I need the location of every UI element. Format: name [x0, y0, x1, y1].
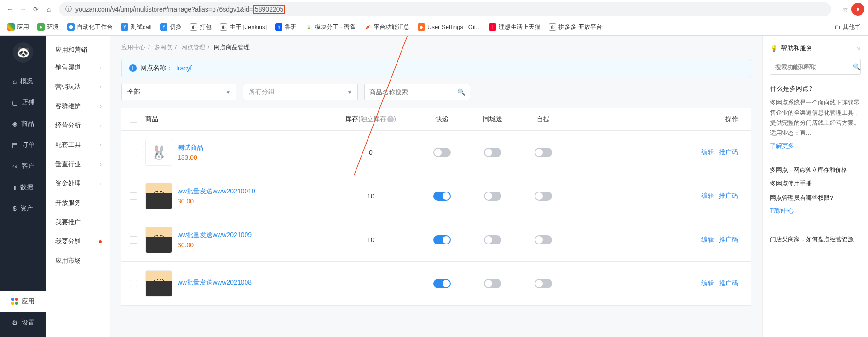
- help-question: 什么是多网点?: [770, 85, 861, 93]
- profile-avatar[interactable]: ●: [851, 3, 864, 16]
- rail-customers[interactable]: ☺客户: [0, 156, 46, 177]
- stock-value: 0: [325, 149, 417, 156]
- rail-assets[interactable]: $资产: [0, 198, 46, 219]
- bookmark-item[interactable]: Y切换: [157, 21, 184, 33]
- help-search[interactable]: 🔍: [770, 59, 861, 75]
- toggle-pickup[interactable]: [535, 148, 552, 157]
- rail-data[interactable]: ⫿数据: [0, 177, 46, 198]
- submenu-item[interactable]: 垂直行业›: [46, 155, 110, 174]
- crumb-item[interactable]: 多网点: [154, 44, 172, 51]
- crumb-item[interactable]: 应用中心: [121, 44, 145, 51]
- submenu-item[interactable]: 销售渠道›: [46, 58, 110, 77]
- submenu-item[interactable]: 营销玩法›: [46, 77, 110, 97]
- search-icon[interactable]: 🔍: [457, 88, 465, 96]
- shop-icon: ▢: [12, 99, 18, 106]
- back-icon[interactable]: ←: [4, 3, 17, 16]
- submenu-item[interactable]: 经营分析›: [46, 116, 110, 135]
- rail-settings[interactable]: ⚙设置: [0, 312, 46, 333]
- row-checkbox[interactable]: [130, 236, 137, 244]
- help-link[interactable]: 网点管理员有哪些权限?: [770, 193, 861, 203]
- overview-icon: ⌂: [13, 78, 17, 85]
- data-icon: ⫿: [13, 184, 17, 191]
- toggle-pickup[interactable]: [535, 235, 552, 244]
- toggle-express[interactable]: [433, 279, 451, 288]
- promo-link[interactable]: 推广码: [719, 236, 738, 243]
- filter-group-select[interactable]: 所有分组▼: [243, 84, 358, 100]
- rail-orders[interactable]: ▤订单: [0, 134, 46, 156]
- search-icon[interactable]: 🔍: [853, 63, 861, 70]
- learn-more-link[interactable]: 了解更多: [770, 142, 861, 150]
- main-content: 应用中心/ 多网点/ 网点管理/ 网点商品管理 i 网点名称： tracyf 全…: [110, 36, 762, 337]
- help-search-input[interactable]: [775, 64, 853, 70]
- edit-link[interactable]: 编辑: [701, 148, 714, 156]
- help-center-link[interactable]: 帮助中心: [770, 207, 861, 215]
- store-name-link[interactable]: tracyf: [176, 64, 192, 72]
- toggle-express[interactable]: [433, 235, 451, 244]
- rail-overview[interactable]: ⌂概况: [0, 71, 46, 92]
- help-link[interactable]: 多网点 - 网点独立库存和价格: [770, 165, 861, 175]
- filter-all-select[interactable]: 全部▼: [121, 84, 236, 100]
- submenu-item[interactable]: 资金处理›: [46, 174, 110, 193]
- promo-link[interactable]: 推广码: [719, 148, 738, 156]
- rail-apps[interactable]: 应用: [0, 291, 46, 312]
- submenu-item[interactable]: 开放服务: [46, 193, 110, 213]
- toggle-pickup[interactable]: [535, 192, 552, 201]
- select-all-checkbox[interactable]: [130, 116, 137, 123]
- app-logo[interactable]: 🐼: [13, 42, 33, 63]
- home-icon[interactable]: ⌂: [42, 3, 55, 16]
- other-bookmarks[interactable]: 🗀其他书: [832, 21, 863, 33]
- submenu-item[interactable]: 我要分销: [46, 232, 110, 251]
- address-bar[interactable]: ⓘ youzan.com/v4/ump/multistore#/manage?a…: [59, 2, 831, 16]
- bookmark-item[interactable]: ◐打包: [187, 21, 214, 33]
- search-input[interactable]: [369, 88, 457, 96]
- bookmark-item[interactable]: 🌶平台功能汇总: [361, 21, 412, 33]
- bookmark-item[interactable]: h鲁班: [272, 21, 299, 33]
- submenu-item[interactable]: 我要推广: [46, 213, 110, 232]
- rail-shop[interactable]: ▢店铺: [0, 92, 46, 113]
- edit-link[interactable]: 编辑: [701, 236, 714, 243]
- browser-toolbar: ← → ⟳ ⌂ ⓘ youzan.com/v4/ump/multistore#/…: [0, 0, 868, 18]
- row-checkbox[interactable]: [130, 280, 137, 287]
- row-checkbox[interactable]: [130, 149, 137, 156]
- info-label: 网点名称：: [140, 64, 172, 72]
- product-title-link[interactable]: ww批量发送www2021008: [178, 279, 252, 287]
- toggle-express[interactable]: [433, 192, 451, 201]
- bookmark-item[interactable]: 🍃模块分工 · 语雀: [302, 21, 358, 33]
- toggle-city[interactable]: [484, 192, 501, 201]
- help-icon[interactable]: ?: [387, 116, 394, 122]
- bookmark-item[interactable]: T理想生活上天猫: [486, 21, 543, 33]
- bookmark-item[interactable]: ◆User Settings · Git...: [415, 22, 483, 33]
- bookmark-item[interactable]: ⬢自动化工作台: [64, 21, 115, 33]
- submenu-item[interactable]: 客群维护›: [46, 97, 110, 116]
- forward-icon[interactable]: →: [17, 3, 29, 16]
- edit-link[interactable]: 编辑: [701, 279, 714, 287]
- toggle-city[interactable]: [484, 148, 501, 157]
- crumb-item[interactable]: 网点管理: [181, 44, 205, 51]
- product-title-link[interactable]: 测试商品: [178, 144, 203, 152]
- submenu-item[interactable]: 应用市场: [46, 251, 110, 271]
- rail-goods[interactable]: ◈商品: [0, 113, 46, 134]
- help-link[interactable]: 多网点使用手册: [770, 179, 861, 189]
- toggle-pickup[interactable]: [535, 279, 552, 288]
- apps-shortcut[interactable]: 应用: [5, 21, 32, 33]
- bookmark-item[interactable]: ◐拼多多 开放平台: [546, 21, 605, 33]
- edit-link[interactable]: 编辑: [701, 192, 714, 199]
- bookmark-item[interactable]: ◐主干 [Jenkins]: [217, 21, 270, 33]
- chevron-down-icon: ▼: [226, 90, 230, 95]
- toggle-city[interactable]: [484, 235, 501, 244]
- row-checkbox[interactable]: [130, 192, 137, 200]
- submenu-item[interactable]: 配套工具›: [46, 135, 110, 155]
- promo-link[interactable]: 推广码: [719, 279, 738, 287]
- toggle-express[interactable]: [433, 148, 451, 157]
- product-title-link[interactable]: ww批量发送www2021009: [178, 231, 252, 239]
- product-title-link[interactable]: ww批量发送www20210010: [178, 187, 255, 196]
- product-search[interactable]: 🔍: [364, 84, 470, 100]
- bookmark-item[interactable]: ●环境: [34, 21, 62, 33]
- chevron-right-icon: ›: [100, 103, 102, 110]
- reload-icon[interactable]: ⟳: [29, 3, 42, 16]
- bookmark-item[interactable]: Y测试calf: [118, 21, 155, 33]
- bookmark-star-icon[interactable]: ☆: [839, 3, 851, 16]
- expand-icon[interactable]: »: [857, 45, 861, 52]
- promo-link[interactable]: 推广码: [719, 192, 738, 199]
- toggle-city[interactable]: [484, 279, 501, 288]
